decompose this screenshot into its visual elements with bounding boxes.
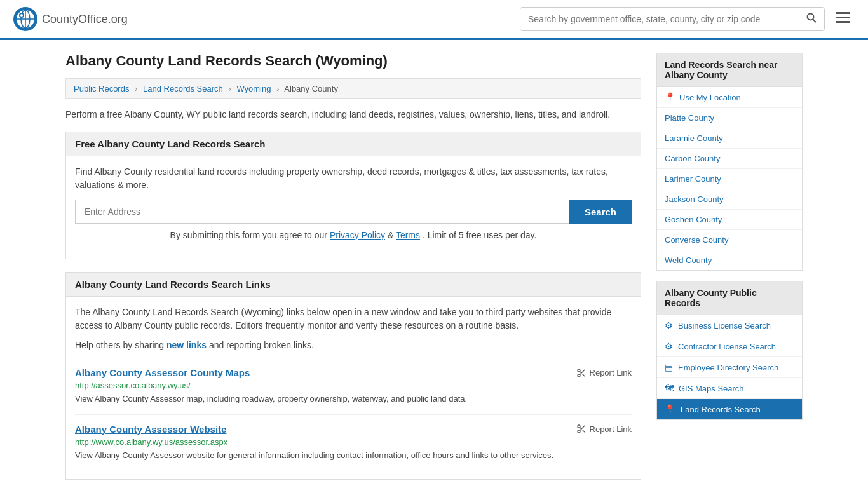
carbon-county-link[interactable]: Carbon County (657, 149, 802, 168)
header-search-input[interactable] (520, 9, 799, 29)
platte-county-link[interactable]: Platte County (657, 108, 802, 128)
header: CountyOffice.org (0, 0, 868, 40)
search-icon (806, 13, 817, 23)
svg-rect-11 (836, 21, 850, 23)
links-section: Albany County Land Records Search Links … (65, 272, 641, 480)
links-intro: The Albany County Land Records Search (W… (75, 306, 632, 332)
converse-county-link[interactable]: Converse County (657, 230, 802, 250)
svg-point-18 (578, 430, 580, 433)
use-my-location-item[interactable]: 📍 Use My Location (657, 87, 802, 108)
business-license-link[interactable]: ⚙ Business License Search (657, 315, 802, 336)
header-search-button[interactable] (799, 8, 824, 30)
list-item[interactable]: Converse County (657, 230, 802, 250)
list-item[interactable]: Platte County (657, 108, 802, 128)
report-link-button-1[interactable]: Report Link (576, 368, 632, 378)
svg-line-15 (582, 374, 585, 376)
land-records-link[interactable]: 📍 Land Records Search (657, 399, 802, 419)
breadcrumb-wyoming[interactable]: Wyoming (236, 84, 271, 93)
svg-point-13 (578, 374, 580, 377)
svg-point-17 (578, 425, 580, 428)
list-item[interactable]: Jackson County (657, 189, 802, 210)
svg-line-20 (582, 430, 585, 433)
resource-link-2[interactable]: Albany County Assessor Website (75, 424, 226, 435)
svg-point-7 (808, 14, 814, 20)
list-item[interactable]: Goshen County (657, 210, 802, 230)
form-disclaimer: By submitting this form you agree to our… (75, 229, 632, 242)
free-search-section: Free Albany County Land Records Search F… (65, 132, 641, 259)
contractor-license-link[interactable]: ⚙ Contractor License Search (657, 336, 802, 356)
svg-point-6 (20, 14, 23, 17)
resource-desc-2: View Albany County Assessor website for … (75, 449, 632, 462)
terms-link[interactable]: Terms (396, 230, 420, 240)
links-section-body: The Albany County Land Records Search (W… (66, 297, 641, 479)
svg-rect-10 (836, 17, 850, 18)
resource-item-1: Albany County Assessor County Maps Repor… (75, 358, 632, 415)
free-search-description: Find Albany County residential land reco… (75, 165, 632, 192)
svg-line-21 (580, 427, 581, 429)
weld-county-link[interactable]: Weld County (657, 250, 802, 270)
public-records-list: ⚙ Business License Search ⚙ Contractor L… (657, 315, 802, 419)
goshen-county-link[interactable]: Goshen County (657, 210, 802, 229)
gear-icon: ⚙ (665, 320, 673, 330)
resource-url-1: http://assessor.co.albany.wy.us/ (75, 381, 632, 390)
resource-link-1[interactable]: Albany County Assessor County Maps (75, 367, 250, 378)
nearby-heading: Land Records Search near Albany County (657, 53, 802, 87)
laramie-county-link[interactable]: Laramie County (657, 128, 802, 148)
scissors-icon-1 (576, 368, 587, 378)
pr-business-license[interactable]: ⚙ Business License Search (657, 315, 802, 336)
header-search-bar[interactable] (520, 7, 825, 31)
breadcrumb: Public Records › Land Records Search › W… (65, 78, 641, 99)
jackson-county-link[interactable]: Jackson County (657, 189, 802, 209)
svg-line-8 (813, 20, 817, 23)
list-item[interactable]: Weld County (657, 250, 802, 270)
svg-rect-9 (836, 12, 850, 14)
address-input[interactable] (75, 200, 569, 224)
free-search-heading: Free Albany County Land Records Search (66, 132, 641, 156)
logo-text: CountyOffice.org (42, 13, 128, 26)
resource-desc-1: View Albany County Assessor map, includi… (75, 393, 632, 405)
share-text: Help others by sharing new links and rep… (75, 339, 632, 352)
list-item[interactable]: Laramie County (657, 128, 802, 149)
gis-maps-link[interactable]: 🗺 GIS Maps Search (657, 378, 802, 398)
nearby-list: 📍 Use My Location Platte County Laramie … (657, 87, 802, 270)
larimer-county-link[interactable]: Larimer County (657, 169, 802, 189)
logo-icon (13, 6, 38, 32)
public-records-heading: Albany County Public Records (657, 281, 802, 315)
logo[interactable]: CountyOffice.org (13, 6, 128, 32)
sidebar: Land Records Search near Albany County 📍… (656, 53, 803, 488)
public-records-section: Albany County Public Records ⚙ Business … (656, 281, 803, 420)
pr-employee-directory[interactable]: ▤ Employee Directory Search (657, 357, 802, 378)
free-search-body: Find Albany County residential land reco… (66, 156, 641, 259)
resource-title-1: Albany County Assessor County Maps (75, 367, 250, 378)
svg-line-16 (580, 371, 581, 373)
header-right (520, 7, 855, 31)
content-area: Albany County Land Records Search (Wyomi… (65, 53, 641, 488)
resource-item-2: Albany County Assessor Website Report Li… (75, 415, 632, 471)
resource-url-2: http://www.co.albany.wy.us/assessor.aspx (75, 437, 632, 447)
list-item[interactable]: Carbon County (657, 149, 802, 169)
menu-button[interactable] (831, 8, 855, 30)
svg-point-12 (578, 369, 580, 372)
pr-contractor-license[interactable]: ⚙ Contractor License Search (657, 336, 802, 357)
breadcrumb-current: Albany County (284, 84, 338, 93)
gear-icon-2: ⚙ (665, 341, 673, 351)
list-item[interactable]: Larimer County (657, 169, 802, 189)
search-button[interactable]: Search (569, 200, 632, 224)
employee-directory-link[interactable]: ▤ Employee Directory Search (657, 357, 802, 377)
page-title: Albany County Land Records Search (Wyomi… (65, 53, 641, 69)
privacy-policy-link[interactable]: Privacy Policy (330, 230, 385, 240)
scissors-icon-2 (576, 424, 587, 434)
breadcrumb-public-records[interactable]: Public Records (74, 84, 129, 93)
breadcrumb-land-records[interactable]: Land Records Search (143, 84, 223, 93)
map-icon: 🗺 (665, 383, 674, 393)
hamburger-icon (836, 12, 850, 24)
address-search-row: Search (75, 200, 632, 224)
pr-land-records[interactable]: 📍 Land Records Search (657, 399, 802, 419)
report-link-button-2[interactable]: Report Link (576, 424, 632, 434)
page-description: Perform a free Albany County, WY public … (65, 108, 641, 121)
use-my-location-link[interactable]: 📍 Use My Location (657, 87, 802, 107)
location-icon: 📍 (665, 92, 675, 102)
pr-gis-maps[interactable]: 🗺 GIS Maps Search (657, 378, 802, 399)
new-links-link[interactable]: new links (166, 340, 207, 350)
resource-title-2: Albany County Assessor Website (75, 424, 226, 435)
